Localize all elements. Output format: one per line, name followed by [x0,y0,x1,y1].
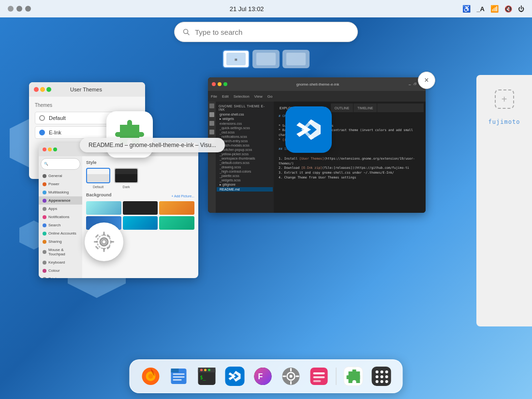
right-panel-add-btn[interactable]: + [495,89,514,109]
window-tab-1-preview: ▦ [226,53,246,65]
dock-item-flathub[interactable]: F [252,365,274,387]
file-search-entry[interactable]: _search-entry.scss [217,139,273,143]
svg-rect-40 [290,368,292,371]
file-default-colors[interactable]: _default-colors.scss [217,161,273,165]
vscode-tab-outline[interactable]: OUTLINE [331,103,354,112]
vscode-min-dot[interactable] [218,82,222,86]
files-icon [169,367,189,386]
search-icon [182,28,190,36]
sw-bg-6[interactable] [159,216,194,230]
right-panel: + fujimoto [476,75,532,326]
sw-menu-appearance[interactable]: Appearance [39,196,82,205]
vscode-tab-timeline[interactable]: TIMELINE [354,103,377,112]
sw-search-icon2 [43,223,46,227]
sw-menu-apps[interactable]: Apps [39,205,82,213]
sw-add-picture[interactable]: + Add Picture... [171,194,194,198]
sw-menu-online-accounts[interactable]: Online Accounts [39,229,82,237]
vscode-explorer-icon[interactable] [209,103,214,108]
sw-colour-icon [43,269,46,273]
uth-max-btn[interactable] [46,87,51,92]
vscode-maximize-icon[interactable]: 🗗 [414,82,417,86]
sw-bg-3[interactable] [159,201,194,215]
vscode-icon-large[interactable] [285,106,332,153]
dock-item-settings[interactable] [280,365,302,387]
search-bar[interactable] [174,22,358,42]
sw-max-btn[interactable] [53,148,57,151]
file-quick-settings[interactable]: _quick-settings.scss [217,126,273,130]
close-button[interactable]: × [418,72,435,89]
vscode-menu-file[interactable]: File [211,94,217,99]
vscode-max-dot[interactable] [223,82,227,86]
search-input[interactable] [195,28,350,36]
sw-menu-general[interactable]: General [39,172,82,180]
file-gnome-shell-css[interactable]: gnome-shell.css [217,112,273,117]
sw-menu-search[interactable]: Search [39,221,82,229]
file-readme[interactable]: README.md [217,187,273,192]
sw-keyboard-icon [43,261,46,265]
grid-dot-3 [385,370,388,373]
sw-menu-multitasking[interactable]: Multitasking [39,188,82,196]
vscode-git-icon[interactable] [209,121,214,126]
dock-item-vscode[interactable] [224,365,246,387]
sw-style-preview-dark [114,168,138,183]
settings-icon-large[interactable] [85,222,123,261]
window-tab-3[interactable] [282,50,310,68]
sw-bg-2[interactable] [123,201,158,215]
vscode-close-dot[interactable] [212,82,216,86]
sw-menu-keyboard[interactable]: Keyboard [39,258,82,266]
sw-appearance-icon [43,199,46,203]
file-switcher[interactable]: _switcher-popup.scss [217,148,273,152]
sw-min-btn[interactable] [48,148,52,151]
sw-close-btn[interactable] [43,148,46,151]
uth-radio-eink[interactable] [39,130,45,135]
traffic-lights [8,6,31,12]
file-osd[interactable]: _osd.scss [217,130,273,134]
appgrid-dock-icon [372,367,391,386]
vscode-debug-icon[interactable] [209,130,214,134]
sw-style-dark[interactable]: Dark [114,168,138,189]
sw-style-default[interactable]: Default [86,168,110,189]
sw-menu-power[interactable]: Power [39,180,82,188]
dock-item-firefox[interactable] [140,365,162,387]
vscode-menu-go[interactable]: Go [267,94,273,99]
file-notifications[interactable]: _notifications.scss [217,134,273,139]
sw-menu-colour[interactable]: Colour [39,266,82,275]
file-widgets-scss[interactable]: _widgets.scss [217,178,273,182]
file-patch-modals[interactable]: _patch-modals.scss [217,143,273,148]
vscode-menu-selection[interactable]: Selection [234,94,250,99]
vscode-menu-edit[interactable]: Edit [222,94,229,99]
file-palette[interactable]: _palette.scss [217,174,273,178]
uth-close-btn[interactable] [34,87,39,92]
file-drawing[interactable]: _drawing.scss [217,165,273,169]
sw-menu-notifications[interactable]: Notifications [39,213,82,221]
window-tab-2[interactable] [252,50,280,68]
sw-bg-5[interactable] [123,216,158,230]
file-gitignore[interactable]: ▸ gitignore [217,182,273,187]
sw-search[interactable]: 🔍 [41,158,80,170]
dock-item-extensions[interactable] [342,365,365,387]
vscode-minimize-icon[interactable]: 🗕 [408,82,412,86]
sw-bg-header: Background + Add Picture... [86,192,194,199]
dock-item-files[interactable] [168,365,190,387]
file-yellow-picker[interactable]: _yellow-picker.scss [217,152,273,156]
font-icon: _A [476,5,485,13]
sw-bg-1[interactable] [86,201,121,215]
vscode-menu-view[interactable]: View [254,94,263,99]
window-tab-3-preview [286,53,306,65]
window-tab-1[interactable]: ▦ [222,50,250,68]
uth-radio-default[interactable] [39,115,45,121]
dock-item-appgrid[interactable] [370,365,393,387]
file-workspace[interactable]: _workspace-thumbnails [217,156,273,161]
vscode-search-icon[interactable] [209,112,214,117]
svg-point-28 [204,369,207,371]
right-panel-text: fujimoto [488,118,520,125]
file-extensions-css[interactable]: extensions.css [217,121,273,126]
file-widgets[interactable]: ▸ widgets [217,117,273,121]
uth-min-btn[interactable] [40,87,45,92]
sw-menu-mouse[interactable]: Mouse & Touchpad [39,246,82,258]
file-high-contrast[interactable]: _high-contrast-colors [217,169,273,174]
sw-menu-sharing[interactable]: Sharing [39,237,82,246]
sw-menu-printers[interactable]: Printers [39,275,82,278]
dock-item-terminal[interactable]: $_ [196,365,218,387]
dock-item-stacks[interactable] [308,365,330,387]
